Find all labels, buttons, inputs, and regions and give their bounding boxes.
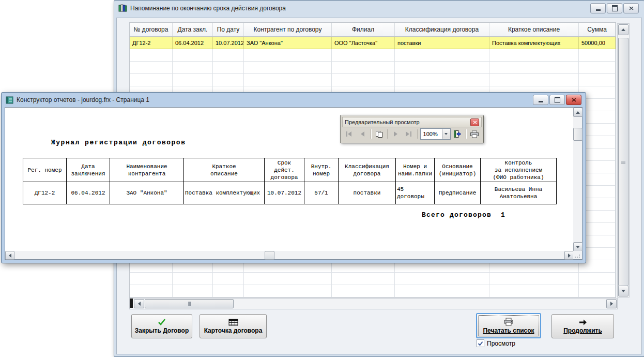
close-button[interactable] <box>566 95 581 105</box>
report-header-cell: Дата заключения <box>67 158 110 182</box>
empty-row <box>130 74 616 86</box>
pages-icon <box>375 130 383 138</box>
table-card-icon <box>228 319 238 326</box>
report-designer-window: Конструктор отчетов - jourdog.frx - Стра… <box>1 92 586 263</box>
grip-icon <box>621 161 625 163</box>
contract-card-button[interactable]: Карточка договора <box>200 314 267 338</box>
report-header-cell: Краткое описание <box>184 158 265 182</box>
close-contract-button[interactable]: Закрыть Договор <box>131 314 192 338</box>
exit-preview-button[interactable] <box>452 128 464 140</box>
column-header[interactable]: Классификация договора <box>395 23 489 36</box>
books-icon <box>118 4 127 12</box>
toolbar-separator <box>371 129 371 139</box>
close-contract-label: Закрыть Договор <box>135 327 189 334</box>
scroll-down-button[interactable] <box>618 286 628 296</box>
toolbar-close-button[interactable] <box>470 118 479 126</box>
hscroll-thumb[interactable] <box>265 251 274 260</box>
scroll-left-button[interactable] <box>134 299 144 308</box>
vscroll-thumb[interactable] <box>618 38 628 286</box>
selected-contract-row[interactable]: ДГ12-206.04.201210.07.2012ЗАО "Анкона"ОО… <box>130 37 616 49</box>
maximize-icon <box>612 5 618 11</box>
scroll-up-button[interactable] <box>573 108 582 117</box>
preview-checkbox[interactable] <box>477 339 484 347</box>
close-button[interactable] <box>623 3 639 13</box>
report-cell: 06.04.2012 <box>67 182 110 204</box>
preview-toolbar-titlebar[interactable]: Предварительный просмотр <box>342 117 482 127</box>
focus-outline <box>478 315 539 336</box>
reminder-window-title: Напоминание по окончанию срока действия … <box>130 5 286 12</box>
print-list-button[interactable]: Печатать список <box>476 313 541 338</box>
arrow-up-icon <box>576 111 580 114</box>
resize-grip[interactable] <box>573 251 582 259</box>
preview-hscrollbar[interactable] <box>5 251 574 259</box>
column-header[interactable]: Дата закл. <box>173 23 213 36</box>
table-cell <box>130 74 173 86</box>
table-cell <box>579 62 616 73</box>
table-cell <box>130 273 173 285</box>
arrow-right-icon <box>568 254 571 258</box>
scroll-right-button[interactable] <box>564 251 574 260</box>
toolbar-separator <box>466 129 466 139</box>
minimize-button[interactable] <box>590 3 606 13</box>
last-page-button[interactable] <box>403 128 415 140</box>
column-header[interactable]: Сумма <box>579 23 616 36</box>
close-icon <box>572 98 576 102</box>
report-cell: 45 договоры <box>396 182 435 204</box>
minimize-icon <box>596 9 601 11</box>
contracts-vscrollbar[interactable] <box>617 23 630 298</box>
preview-vscrollbar[interactable] <box>573 108 582 251</box>
report-header-cell: Рег. номер <box>23 158 67 182</box>
prev-page-button[interactable] <box>357 128 368 140</box>
column-header[interactable]: № договора <box>130 23 173 36</box>
report-cell: Предписание <box>435 182 481 204</box>
maximize-button[interactable] <box>549 95 565 105</box>
report-titlebar[interactable]: Конструктор отчетов - jourdog.frx - Стра… <box>2 93 586 107</box>
column-header[interactable]: По дату <box>213 23 244 36</box>
zoom-dropdown-button[interactable] <box>442 129 450 139</box>
report-cell: поставки <box>339 182 396 204</box>
printer-icon <box>470 130 479 138</box>
report-header-cell: Классификация договора <box>339 158 396 182</box>
column-header[interactable]: Контрагент по договору <box>244 23 332 36</box>
toolbar-separator <box>387 129 388 139</box>
report-header-cell: Основание (инициатор) <box>435 158 481 182</box>
vscroll-thumb[interactable] <box>573 128 582 141</box>
arrow-left-icon <box>9 254 11 258</box>
desktop: Напоминание по окончанию срока действия … <box>0 0 644 357</box>
zoom-value: 100% <box>421 131 442 137</box>
table-cell <box>173 285 213 297</box>
table-cell <box>173 62 213 73</box>
table-cell: ДГ12-2 <box>130 37 173 49</box>
scroll-right-button[interactable] <box>606 299 617 308</box>
report-cell: Васильева Инна Анатольевна <box>481 182 556 204</box>
table-cell <box>489 49 579 61</box>
arrow-right-icon <box>578 319 588 326</box>
table-cell <box>213 62 244 73</box>
scroll-up-button[interactable] <box>618 24 628 35</box>
table-cell <box>173 49 213 61</box>
column-header[interactable]: Краткое описание <box>489 23 579 36</box>
preview-toolbar-title: Предварительный просмотр <box>345 119 420 125</box>
table-cell <box>395 273 489 285</box>
table-cell: Поставка комплектующих <box>489 37 579 49</box>
scroll-down-button[interactable] <box>573 242 582 251</box>
table-cell: поставки <box>395 37 489 49</box>
column-header[interactable]: Филиал <box>332 23 395 36</box>
reminder-titlebar[interactable]: Напоминание по окончанию срока действия … <box>114 1 644 16</box>
zoom-combobox[interactable]: 100% <box>420 128 451 140</box>
continue-button[interactable]: Продолжить <box>551 314 614 338</box>
toolbar-print-button[interactable] <box>469 128 480 140</box>
scroll-left-button[interactable] <box>5 251 14 260</box>
minimize-button[interactable] <box>533 95 548 105</box>
preview-checkbox-row[interactable]: Просмотр <box>477 339 515 347</box>
table-cell <box>332 62 395 73</box>
table-cell <box>332 273 395 285</box>
report-header-cell: Внутр. номер <box>304 158 339 182</box>
pages-button[interactable] <box>373 128 385 140</box>
first-page-button[interactable] <box>344 128 355 140</box>
hscroll-thumb[interactable] <box>145 299 234 308</box>
contracts-hscrollbar[interactable] <box>129 298 618 309</box>
next-page-button[interactable] <box>390 128 402 140</box>
maximize-button[interactable] <box>607 3 622 13</box>
table-cell <box>332 49 395 61</box>
